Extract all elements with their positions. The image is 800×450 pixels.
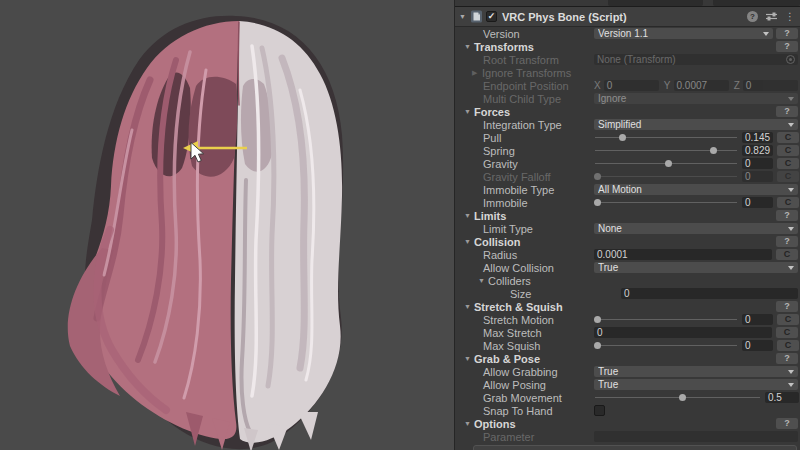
limit-type-dropdown[interactable]: None — [594, 223, 798, 234]
curve-button[interactable]: C — [777, 197, 799, 208]
curve-button[interactable]: C — [777, 132, 799, 143]
slider-knob[interactable] — [594, 342, 601, 349]
row-control: 0C — [594, 313, 800, 326]
curve-button[interactable]: C — [777, 340, 799, 351]
object-field-value: None (Transform) — [597, 54, 786, 65]
axis-label-y: Y — [664, 80, 671, 91]
row-control: 0C — [594, 157, 800, 170]
slider-knob[interactable] — [710, 147, 717, 154]
row-control: 0.0001C — [594, 248, 800, 261]
component-header[interactable]: ▼ ✓ VRC Phys Bone (Script) ? ⋮ — [455, 7, 800, 27]
max-squish-value-field[interactable]: 0 — [742, 340, 773, 351]
foldout-open-icon[interactable]: ▼ — [464, 212, 474, 219]
component-title: VRC Phys Bone (Script) — [502, 11, 627, 23]
multi-child-type-dropdown[interactable]: Ignore — [594, 93, 798, 104]
help-button[interactable]: ? — [776, 106, 798, 117]
slider-knob[interactable] — [619, 134, 626, 141]
chevron-down-icon — [788, 266, 794, 270]
parameter-field[interactable] — [594, 431, 798, 442]
chevron-down-icon — [788, 227, 794, 231]
help-button[interactable]: ? — [776, 210, 798, 221]
row-control: 0 — [594, 287, 800, 300]
dropdown-value: Simplified — [598, 119, 788, 130]
help-button[interactable]: ? — [776, 301, 798, 312]
version-dropdown[interactable]: Version 1.1 — [594, 28, 773, 39]
allow-posing-dropdown[interactable]: True — [594, 379, 798, 390]
menu-icon[interactable]: ⋮ — [785, 11, 795, 22]
endpoint-position-z-field[interactable]: 0 — [743, 80, 798, 91]
row-label: Grab Movement — [455, 391, 594, 404]
row-label: Limit Type — [455, 222, 594, 235]
immobile-type-dropdown[interactable]: All Motion — [594, 184, 798, 195]
slider-knob[interactable] — [594, 316, 601, 323]
stretch-motion-slider[interactable] — [594, 314, 738, 325]
row-control — [594, 430, 800, 443]
immobile-slider[interactable] — [594, 197, 738, 208]
row-control: 0.829C — [594, 144, 800, 157]
pull-value-field[interactable]: 0.145 — [742, 132, 773, 143]
curve-button[interactable]: C — [777, 158, 799, 169]
help-button[interactable]: ? — [776, 41, 798, 52]
pull-slider[interactable] — [594, 132, 738, 143]
max-stretch-field[interactable]: 0 — [594, 327, 772, 338]
slider-knob[interactable] — [665, 160, 672, 167]
curve-button[interactable]: C — [777, 145, 799, 156]
radius-field[interactable]: 0.0001 — [594, 249, 772, 260]
label-text: Snap To Hand — [483, 405, 553, 417]
gravity-falloff-value-field[interactable]: 0 — [742, 171, 773, 182]
root-transform-object-field[interactable]: None (Transform) — [594, 54, 798, 65]
help-button[interactable]: ? — [776, 28, 798, 39]
grab-movement-value-field[interactable]: 0.5 — [765, 392, 799, 403]
row-label: Immobile — [455, 196, 594, 209]
allow-collision-dropdown[interactable]: True — [594, 262, 798, 273]
row-label: Gravity — [455, 157, 594, 170]
row-max-squish: Max Squish0C — [455, 339, 800, 352]
curve-button[interactable]: C — [776, 249, 798, 260]
gravity-falloff-slider[interactable] — [594, 171, 738, 182]
max-squish-slider[interactable] — [594, 340, 738, 351]
endpoint-position-y-field[interactable]: 0.0007 — [674, 80, 729, 91]
row-snap-to-hand: Snap To Hand — [455, 404, 800, 417]
component-enabled-checkbox[interactable]: ✓ — [486, 11, 497, 22]
immobile-value-field[interactable]: 0 — [742, 197, 773, 208]
slider-knob[interactable] — [594, 199, 601, 206]
help-button[interactable]: ? — [776, 236, 798, 247]
help-icon[interactable]: ? — [747, 11, 758, 22]
component-foldout-icon[interactable]: ▼ — [459, 13, 470, 20]
grab-movement-slider[interactable] — [594, 392, 761, 403]
slider-knob[interactable] — [594, 173, 601, 180]
foldout-open-icon[interactable]: ▼ — [464, 238, 474, 245]
chevron-down-icon — [788, 370, 794, 374]
axis-label-x: X — [594, 80, 601, 91]
foldout-open-icon[interactable]: ▼ — [464, 355, 474, 362]
label-text: Stretch & Squish — [474, 301, 563, 313]
gravity-value-field[interactable]: 0 — [742, 158, 773, 169]
spring-slider[interactable] — [594, 145, 738, 156]
scene-viewport[interactable] — [0, 0, 454, 450]
help-button[interactable]: ? — [776, 353, 798, 364]
gravity-slider[interactable] — [594, 158, 738, 169]
integration-type-dropdown[interactable]: Simplified — [594, 119, 798, 130]
object-picker-icon[interactable] — [786, 55, 795, 64]
foldout-open-icon[interactable]: ▼ — [478, 277, 488, 284]
foldout-open-icon[interactable]: ▼ — [464, 420, 474, 427]
curve-button[interactable]: C — [777, 314, 799, 325]
snap-to-hand-checkbox[interactable] — [594, 405, 605, 416]
size-field[interactable]: 0 — [621, 288, 798, 299]
foldout-open-icon[interactable]: ▼ — [464, 43, 474, 50]
foldout-open-icon[interactable]: ▼ — [464, 108, 474, 115]
label-text: Endpoint Position — [483, 80, 569, 92]
foldout-collapsed-icon[interactable]: ▶ — [472, 69, 482, 77]
spring-value-field[interactable]: 0.829 — [742, 145, 773, 156]
label-text: Gravity — [483, 158, 518, 170]
slider-knob[interactable] — [679, 394, 686, 401]
presets-icon[interactable] — [765, 11, 778, 22]
allow-grabbing-dropdown[interactable]: True — [594, 366, 798, 377]
stretch-motion-value-field[interactable]: 0 — [742, 314, 773, 325]
help-button[interactable]: ? — [776, 418, 798, 429]
row-control — [594, 66, 800, 79]
endpoint-position-x-field[interactable]: 0 — [604, 80, 659, 91]
curve-button[interactable]: C — [776, 327, 798, 338]
foldout-open-icon[interactable]: ▼ — [464, 303, 474, 310]
curve-button[interactable]: C — [777, 171, 799, 182]
